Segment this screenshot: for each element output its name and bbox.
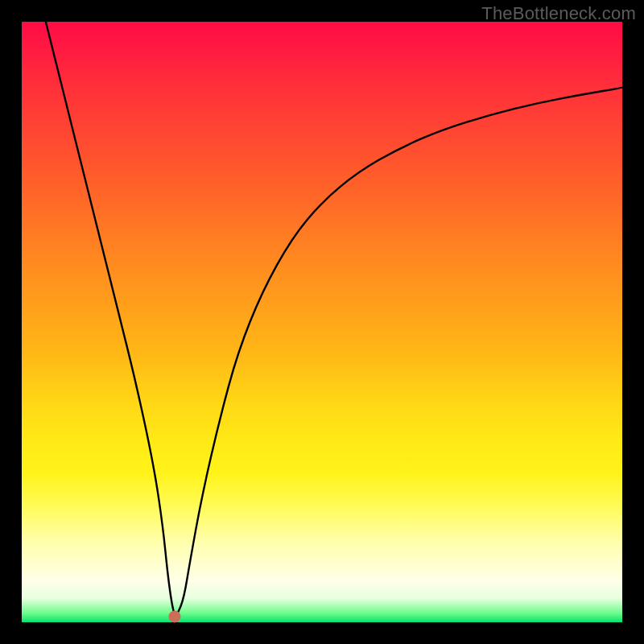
watermark-text: TheBottleneck.com: [481, 3, 636, 24]
bottleneck-curve: [46, 22, 622, 615]
plot-area: [22, 22, 622, 622]
curve-svg: [22, 22, 622, 622]
optimal-point-marker: [169, 610, 181, 622]
chart-frame: TheBottleneck.com: [0, 0, 644, 644]
